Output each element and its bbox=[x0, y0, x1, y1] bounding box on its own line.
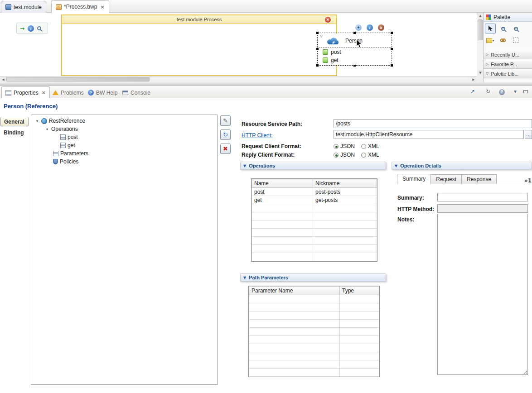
table-cell[interactable] bbox=[252, 220, 313, 229]
palette-section-favorites[interactable]: ▷ Favorite P... bbox=[484, 59, 532, 69]
table-row[interactable]: get get-posts bbox=[252, 196, 377, 204]
table-row[interactable] bbox=[249, 344, 379, 352]
tree-item-operations[interactable]: ▾ Operations bbox=[31, 125, 217, 133]
table-row[interactable] bbox=[252, 253, 377, 261]
search-icon[interactable] bbox=[37, 26, 41, 30]
horizontal-splitter[interactable] bbox=[0, 82, 532, 86]
tab-general[interactable]: General bbox=[0, 117, 29, 126]
select-tool[interactable] bbox=[485, 24, 496, 34]
table-row[interactable] bbox=[249, 312, 379, 320]
selection-handle[interactable] bbox=[391, 48, 393, 50]
table-cell[interactable] bbox=[340, 369, 379, 377]
table-cell[interactable] bbox=[249, 328, 340, 336]
marquee-tool[interactable] bbox=[510, 35, 521, 45]
operations-section-header[interactable]: ▼ Operations bbox=[240, 162, 386, 170]
tab-process-bwp[interactable]: *Process.bwp × bbox=[51, 0, 109, 13]
tab-response[interactable]: Response bbox=[461, 174, 497, 184]
radio-json-reply[interactable] bbox=[334, 153, 339, 158]
tab-bw-help[interactable]: ? BW Help bbox=[84, 87, 121, 98]
tab-request[interactable]: Request bbox=[430, 174, 462, 184]
table-cell[interactable]: post bbox=[252, 188, 313, 196]
tree-item-post[interactable]: post bbox=[31, 133, 217, 141]
column-header[interactable]: Type bbox=[340, 287, 379, 295]
node-operation-row[interactable]: get bbox=[319, 56, 391, 64]
notes-textarea[interactable] bbox=[437, 214, 528, 375]
table-cell[interactable] bbox=[340, 312, 379, 320]
table-row[interactable] bbox=[249, 360, 379, 369]
tree-item-restreference[interactable]: ▾ RestReference bbox=[31, 117, 217, 125]
table-row[interactable] bbox=[252, 237, 377, 245]
table-row[interactable] bbox=[252, 212, 377, 220]
view-menu-icon[interactable]: ▾ bbox=[514, 88, 517, 95]
table-row[interactable] bbox=[249, 303, 379, 312]
palette-header[interactable]: Palette bbox=[484, 13, 532, 22]
operation-details-section-header[interactable]: ▼ Operation Details bbox=[392, 162, 532, 170]
process-box[interactable]: test.module.Process × bbox=[61, 14, 337, 76]
close-icon[interactable]: × bbox=[100, 4, 104, 10]
table-cell[interactable] bbox=[313, 220, 377, 229]
scroll-left-icon[interactable]: ◀ bbox=[0, 77, 6, 82]
table-cell[interactable] bbox=[340, 328, 379, 336]
table-cell[interactable] bbox=[252, 204, 313, 212]
table-cell[interactable] bbox=[249, 360, 340, 369]
open-view-icon[interactable]: ↗ bbox=[470, 88, 475, 95]
column-header[interactable]: Nickname bbox=[313, 179, 377, 188]
column-header[interactable]: Name bbox=[252, 179, 313, 188]
twisty-icon[interactable]: ▾ bbox=[35, 119, 39, 123]
add-operation-button[interactable]: ✎ bbox=[220, 115, 231, 126]
scrollbar-thumb[interactable] bbox=[478, 19, 483, 40]
collapse-arrow-icon[interactable]: ▽ bbox=[320, 34, 323, 38]
resource-service-path-input[interactable] bbox=[334, 119, 532, 128]
link-tool[interactable] bbox=[498, 35, 508, 45]
table-row[interactable] bbox=[249, 328, 379, 336]
browse-button[interactable]: ... bbox=[525, 130, 532, 139]
radio-xml-reply[interactable] bbox=[361, 153, 366, 158]
palette-section-library[interactable]: ▽ Palette Lib... bbox=[484, 69, 532, 78]
table-row[interactable]: post post-posts bbox=[252, 188, 377, 196]
table-row[interactable] bbox=[249, 320, 379, 328]
table-cell[interactable] bbox=[313, 245, 377, 253]
person-node-header[interactable]: ▽ Person bbox=[319, 34, 391, 48]
tree-item-parameters[interactable]: Parameters bbox=[31, 149, 217, 158]
table-cell[interactable] bbox=[252, 229, 313, 237]
table-cell[interactable] bbox=[340, 303, 379, 312]
close-process-icon[interactable]: × bbox=[325, 17, 331, 23]
http-client-input[interactable] bbox=[334, 130, 524, 139]
palette-section-recently-used[interactable]: ▷ Recently U... bbox=[484, 50, 532, 59]
table-row[interactable] bbox=[252, 229, 377, 237]
validate-icon[interactable]: → bbox=[20, 25, 24, 32]
tree-item-get[interactable]: get bbox=[31, 141, 217, 149]
table-cell[interactable] bbox=[340, 295, 379, 303]
vertical-scrollbar[interactable]: ▲ ▼ bbox=[477, 13, 483, 76]
edit-icon[interactable]: x bbox=[378, 24, 384, 31]
table-cell[interactable] bbox=[313, 237, 377, 245]
tab-properties[interactable]: Properties × bbox=[1, 86, 50, 98]
tab-test-module[interactable]: test.module bbox=[1, 1, 46, 13]
reference-tree[interactable]: ▾ RestReference ▾ Operations post get Pa… bbox=[31, 115, 218, 385]
zoom-out-tool[interactable]: − bbox=[510, 24, 521, 34]
table-cell[interactable] bbox=[340, 352, 379, 360]
table-row[interactable] bbox=[252, 204, 377, 212]
table-cell[interactable] bbox=[249, 352, 340, 360]
zoom-icon[interactable]: + bbox=[355, 24, 362, 31]
sync-button[interactable]: ↻ bbox=[220, 129, 231, 140]
scroll-down-icon[interactable]: ▼ bbox=[478, 70, 483, 76]
table-row[interactable] bbox=[249, 336, 379, 344]
table-cell[interactable] bbox=[340, 360, 379, 369]
table-cell[interactable]: get-posts bbox=[313, 196, 377, 204]
table-cell[interactable] bbox=[249, 336, 340, 344]
tab-problems[interactable]: Problems bbox=[49, 87, 87, 98]
table-cell[interactable] bbox=[340, 344, 379, 352]
http-client-link[interactable]: HTTP Client: bbox=[242, 132, 272, 139]
tree-item-policies[interactable]: Policies bbox=[31, 158, 217, 166]
tab-overflow-chevron[interactable]: »1 bbox=[524, 177, 532, 184]
table-row[interactable] bbox=[249, 295, 379, 303]
minimize-icon[interactable] bbox=[523, 88, 528, 95]
help-icon[interactable]: ? bbox=[499, 88, 505, 95]
table-cell[interactable] bbox=[252, 245, 313, 253]
tab-binding[interactable]: Binding bbox=[0, 128, 29, 137]
process-box-header[interactable]: test.module.Process × bbox=[62, 15, 336, 24]
scroll-up-icon[interactable]: ▲ bbox=[478, 13, 483, 19]
table-cell[interactable] bbox=[249, 320, 340, 328]
person-node[interactable]: ▽ Person post get bbox=[317, 33, 392, 66]
